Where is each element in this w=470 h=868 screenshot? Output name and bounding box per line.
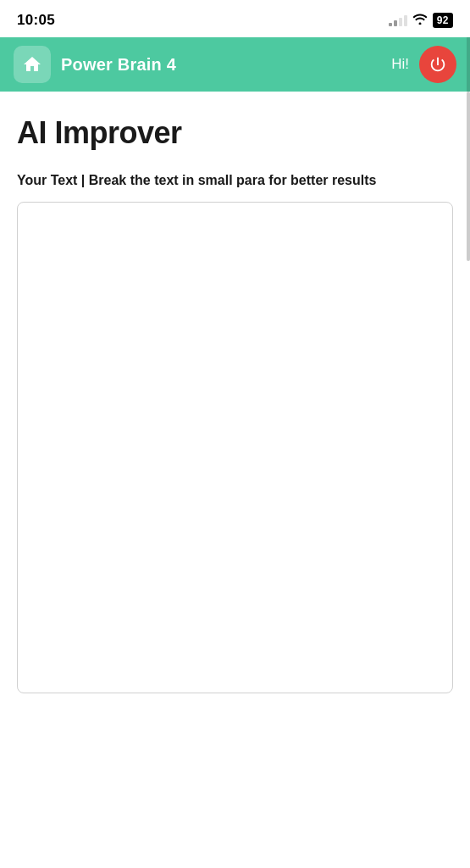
header-greeting: Hi!	[391, 56, 409, 73]
page-title: AI Improver	[17, 115, 453, 151]
main-content: AI Improver Your Text | Break the text i…	[0, 92, 470, 710]
home-button[interactable]	[14, 46, 51, 83]
wifi-icon	[412, 13, 428, 28]
app-header: Power Brain 4 Hi!	[0, 37, 470, 92]
header-title: Power Brain 4	[61, 55, 391, 75]
battery-indicator: 92	[433, 13, 453, 28]
text-input[interactable]	[28, 213, 442, 682]
battery-level: 92	[437, 14, 449, 26]
home-icon	[22, 54, 42, 75]
power-button[interactable]	[419, 46, 456, 83]
input-label: Your Text | Break the text in small para…	[17, 171, 453, 190]
signal-icon	[389, 15, 407, 26]
status-icons: 92	[389, 13, 453, 28]
status-time: 10:05	[17, 12, 55, 29]
power-icon	[429, 55, 447, 74]
status-bar: 10:05 92	[0, 0, 470, 37]
text-input-container[interactable]	[17, 202, 453, 693]
scrollbar[interactable]	[467, 92, 470, 261]
